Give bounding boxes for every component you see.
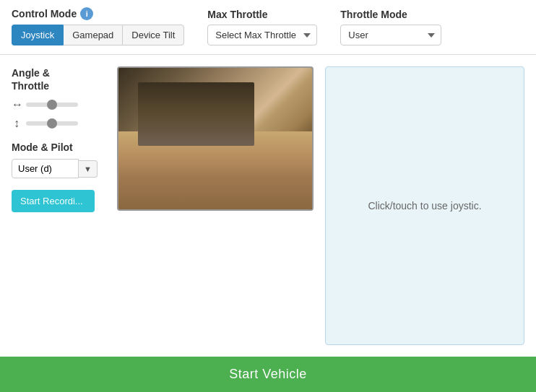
mode-pilot-select[interactable]: User (d) Local Pilot Remote Pilot (12, 159, 79, 178)
control-mode-buttons: Joystick Gamepad Device Tilt (12, 25, 184, 45)
throttle-mode-group: Throttle Mode User Auto (340, 9, 441, 45)
control-mode-text: Control Mode (12, 8, 77, 19)
bottom-bar: Start Vehicle (0, 357, 536, 392)
max-throttle-label: Max Throttle (207, 9, 317, 20)
left-panel: Angle &Throttle ↔ ↕ Mode & Pilot User (d… (12, 66, 105, 345)
vertical-slider-row: ↕ (12, 117, 105, 130)
control-mode-group: Control Mode i Joystick Gamepad Device T… (12, 7, 184, 45)
gamepad-button[interactable]: Gamepad (63, 25, 122, 45)
start-recording-button[interactable]: Start Recordi... (12, 190, 95, 212)
info-badge[interactable]: i (80, 7, 93, 20)
joystick-button[interactable]: Joystick (12, 25, 63, 45)
max-throttle-select[interactable]: Select Max Throttle 25% 50% 75% 100% (207, 25, 317, 45)
joystick-area[interactable]: Click/touch to use joystic. (325, 66, 524, 345)
angle-throttle-label: Angle &Throttle (12, 66, 105, 92)
horizontal-slider[interactable] (26, 103, 78, 107)
horizontal-slider-row: ↔ (12, 98, 105, 111)
main-content: Angle &Throttle ↔ ↕ Mode & Pilot User (d… (0, 55, 536, 357)
mode-select-wrapper: User (d) Local Pilot Remote Pilot ▼ (12, 159, 105, 178)
max-throttle-group: Max Throttle Select Max Throttle 25% 50%… (207, 9, 317, 45)
vertical-icon: ↕ (12, 117, 22, 130)
video-feed (117, 66, 314, 211)
vertical-slider[interactable] (26, 121, 78, 126)
start-vehicle-button[interactable]: Start Vehicle (0, 357, 536, 392)
horizontal-icon: ↔ (12, 98, 22, 111)
mode-pilot-label: Mode & Pilot (12, 141, 105, 153)
top-bar: Control Mode i Joystick Gamepad Device T… (0, 0, 536, 55)
control-mode-label: Control Mode i (12, 7, 184, 20)
mode-chevron-button[interactable]: ▼ (79, 160, 98, 178)
throttle-mode-label: Throttle Mode (340, 9, 441, 20)
device-tilt-button[interactable]: Device Tilt (122, 25, 184, 45)
joystick-hint: Click/touch to use joystic. (368, 200, 481, 212)
video-inner (118, 68, 312, 209)
throttle-mode-select[interactable]: User Auto (340, 25, 441, 45)
